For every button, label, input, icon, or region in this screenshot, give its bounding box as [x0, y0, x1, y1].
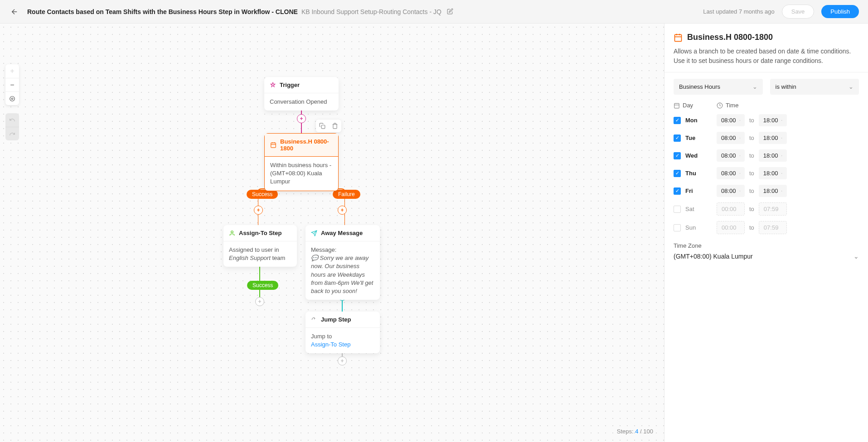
day-row: Sun00:00to07:59: [674, 221, 859, 234]
day-label: Thu: [685, 170, 696, 177]
end-time-input[interactable]: 18:00: [759, 149, 787, 162]
jump-icon: [311, 317, 317, 323]
day-row: Sat00:00to07:59: [674, 202, 859, 216]
add-step-end-success[interactable]: +: [255, 297, 264, 306]
start-time-input[interactable]: 08:00: [717, 132, 745, 144]
businesshours-node[interactable]: Business.H 0800-1800 Within business hou…: [264, 133, 339, 191]
workflow-canvas[interactable]: + − + + +: [0, 24, 664, 442]
svg-rect-14: [675, 34, 682, 41]
publish-button[interactable]: Publish: [821, 5, 859, 18]
end-time-input[interactable]: 07:59: [759, 202, 787, 216]
calendar-icon: [674, 33, 683, 42]
time-separator: to: [749, 117, 754, 124]
jump-node[interactable]: Jump Step Jump to Assign-To Step: [305, 312, 380, 353]
chevron-down-icon: ⌄: [752, 83, 757, 90]
add-step-after-jump[interactable]: +: [338, 356, 347, 365]
day-row: Fri08:00to18:00: [674, 185, 859, 197]
delete-node-button[interactable]: [329, 120, 341, 132]
day-label: Sun: [685, 224, 696, 231]
timezone-select[interactable]: (GMT+08:00) Kuala Lumpur ⌄: [674, 253, 859, 260]
away-node-title: Away Message: [321, 230, 363, 236]
send-icon: [311, 230, 317, 236]
start-time-input[interactable]: 08:00: [717, 149, 745, 162]
day-label: Sat: [685, 206, 694, 212]
svg-rect-18: [674, 103, 679, 108]
start-time-input[interactable]: 00:00: [717, 202, 745, 216]
calendar-icon: [270, 142, 276, 148]
assign-node-title: Assign-To Step: [239, 230, 281, 236]
start-time-input[interactable]: 08:00: [717, 167, 745, 179]
trigger-node-body: Conversation Opened: [264, 93, 339, 110]
timezone-label: Time Zone: [674, 242, 859, 249]
jump-node-title: Jump Step: [321, 316, 351, 323]
steps-counter: Steps: 4 / 100: [617, 428, 653, 435]
time-separator: to: [749, 206, 754, 212]
trigger-icon: [270, 82, 276, 88]
chevron-down-icon: ⌄: [849, 83, 853, 90]
day-row: Wed08:00to18:00: [674, 149, 859, 162]
svg-point-11: [231, 231, 233, 233]
day-label: Wed: [685, 152, 698, 159]
day-checkbox[interactable]: [674, 152, 681, 159]
day-checkbox[interactable]: [674, 187, 681, 195]
edit-title-icon[interactable]: [447, 8, 454, 15]
sidebar-panel: Business.H 0800-1800 Allows a branch to …: [664, 24, 868, 442]
add-step-success-branch[interactable]: +: [254, 206, 263, 215]
branch-success-pill-2: Success: [247, 281, 278, 290]
assign-node[interactable]: Assign-To Step Assigned to user in Engli…: [223, 225, 297, 267]
add-step-after-trigger[interactable]: +: [297, 114, 306, 123]
day-row: Mon08:00to18:00: [674, 114, 859, 126]
chevron-down-icon: ⌄: [853, 253, 859, 260]
save-button[interactable]: Save: [782, 5, 815, 19]
condition-operator-select[interactable]: is within ⌄: [770, 79, 859, 95]
svg-rect-6: [321, 125, 325, 129]
day-checkbox[interactable]: [674, 135, 681, 142]
start-time-input[interactable]: 08:00: [717, 114, 745, 126]
day-row: Thu08:00to18:00: [674, 167, 859, 179]
time-separator: to: [749, 135, 754, 141]
sidebar-title: Business.H 0800-1800: [687, 33, 773, 42]
jump-target-link[interactable]: Assign-To Step: [311, 341, 350, 348]
page-title: Route Contacts based on Team Shifts with…: [27, 8, 298, 15]
day-column-header: Day: [683, 102, 693, 109]
trigger-node[interactable]: Trigger Conversation Opened: [264, 77, 339, 110]
end-time-input[interactable]: 18:00: [759, 132, 787, 144]
branch-success-pill: Success: [247, 190, 278, 199]
time-separator: to: [749, 170, 754, 177]
back-button[interactable]: [9, 6, 20, 17]
start-time-input[interactable]: 08:00: [717, 185, 745, 197]
day-label: Mon: [685, 117, 698, 124]
condition-type-select[interactable]: Business Hours ⌄: [674, 79, 763, 95]
sidebar-description: Allows a branch to be created based on d…: [674, 47, 859, 66]
trigger-node-title: Trigger: [280, 82, 300, 88]
jump-node-body: Jump to Assign-To Step: [305, 328, 380, 353]
time-column-header: Time: [726, 102, 738, 109]
end-time-input[interactable]: 18:00: [759, 114, 787, 126]
add-step-failure-branch[interactable]: +: [338, 206, 347, 215]
away-node-body: Message: 💬 Sorry we are away now. Our bu…: [305, 241, 380, 300]
day-row: Tue08:00to18:00: [674, 132, 859, 144]
day-label: Tue: [685, 135, 695, 141]
end-time-input[interactable]: 07:59: [759, 221, 787, 234]
start-time-input[interactable]: 00:00: [717, 221, 745, 234]
day-checkbox[interactable]: [674, 206, 681, 213]
duplicate-node-button[interactable]: [316, 120, 329, 132]
businesshours-node-title: Business.H 0800-1800: [280, 138, 333, 152]
assign-node-body: Assigned to user in English Support team: [223, 241, 297, 267]
calendar-icon: [674, 102, 680, 109]
day-label: Fri: [685, 187, 693, 194]
end-time-input[interactable]: 18:00: [759, 185, 787, 197]
day-checkbox[interactable]: [674, 117, 681, 124]
time-separator: to: [749, 152, 754, 159]
clock-icon: [717, 102, 723, 109]
end-time-input[interactable]: 18:00: [759, 167, 787, 179]
user-icon: [229, 230, 235, 236]
day-checkbox[interactable]: [674, 170, 681, 177]
page-subtitle: KB Inbound Support Setup-Routing Contact…: [301, 8, 441, 15]
time-separator: to: [749, 187, 754, 194]
day-checkbox[interactable]: [674, 224, 681, 231]
time-separator: to: [749, 224, 754, 231]
away-node[interactable]: Away Message Message: 💬 Sorry we are awa…: [305, 225, 380, 300]
branch-failure-pill: Failure: [333, 190, 360, 199]
svg-rect-7: [271, 143, 276, 148]
